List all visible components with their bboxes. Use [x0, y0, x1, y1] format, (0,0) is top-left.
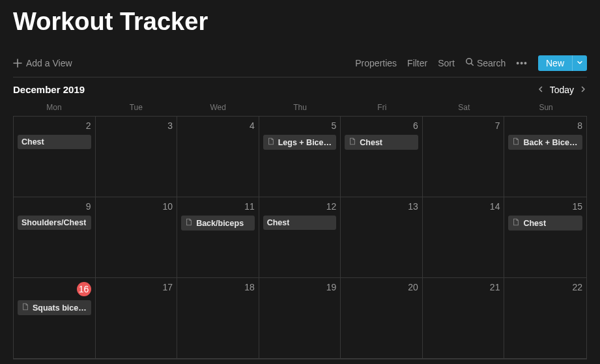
- event-label: Chest: [21, 137, 44, 147]
- chevron-down-icon: [577, 58, 583, 68]
- calendar-day[interactable]: 14: [423, 197, 505, 277]
- calendar-day[interactable]: 20: [341, 278, 423, 358]
- calendar-day[interactable]: 22: [504, 278, 586, 358]
- weekday-label: Wed: [177, 99, 259, 116]
- day-number: 12: [263, 201, 337, 212]
- calendar-day[interactable]: 10: [96, 197, 178, 277]
- properties-button[interactable]: Properties: [355, 58, 397, 68]
- calendar-event[interactable]: Shoulders/Chest: [18, 216, 91, 230]
- calendar-day[interactable]: 7: [423, 117, 505, 197]
- weekday-label: Fri: [341, 99, 423, 116]
- plus-icon: [13, 59, 22, 68]
- calendar-event[interactable]: Chest: [18, 135, 91, 149]
- page-icon: [21, 303, 29, 313]
- weekday-label: Sat: [423, 99, 505, 116]
- prev-month-button[interactable]: [537, 85, 545, 95]
- calendar-day[interactable]: 21: [423, 278, 505, 358]
- more-menu-button[interactable]: •••: [516, 58, 528, 68]
- calendar-day[interactable]: 5Legs + Biceps: [259, 117, 341, 197]
- page-icon: [512, 137, 520, 147]
- calendar-day[interactable]: 4: [177, 117, 259, 197]
- day-number: 21: [427, 282, 500, 292]
- day-number: 17: [100, 282, 173, 292]
- calendar-week: 2Chest345Legs + Biceps6Chest78Back + Bic…: [14, 117, 586, 197]
- calendar-day[interactable]: 8Back + Biceps: [504, 117, 586, 197]
- event-label: Shoulders/Chest: [21, 218, 86, 227]
- event-label: Chest: [360, 138, 382, 147]
- calendar-day[interactable]: 6Chest: [341, 117, 423, 197]
- search-button[interactable]: Search: [465, 57, 506, 68]
- toolbar: Add a View Properties Filter Sort Search…: [13, 49, 587, 77]
- day-number: 4: [181, 120, 255, 131]
- next-month-button[interactable]: [579, 85, 587, 95]
- page-icon: [267, 137, 275, 147]
- day-number: 2: [18, 120, 91, 131]
- day-number-today: 16: [18, 282, 91, 296]
- page-icon: [185, 218, 193, 228]
- calendar-day[interactable]: 18: [177, 278, 259, 358]
- day-number: 14: [427, 201, 500, 212]
- event-label: Back + Biceps: [523, 138, 579, 147]
- page-icon: [512, 218, 520, 228]
- calendar-event[interactable]: Chest: [263, 216, 337, 230]
- add-view-button[interactable]: Add a View: [13, 58, 72, 68]
- day-number: 22: [508, 282, 582, 292]
- toolbar-right: Properties Filter Sort Search ••• New: [355, 55, 587, 71]
- weekday-label: Mon: [13, 99, 95, 116]
- day-number: 10: [100, 201, 173, 212]
- day-number: 18: [181, 282, 255, 292]
- calendar-day[interactable]: 19: [259, 278, 341, 358]
- calendar-day[interactable]: 11Back/biceps: [177, 197, 259, 277]
- new-button[interactable]: New: [538, 55, 572, 71]
- sort-button[interactable]: Sort: [438, 58, 455, 68]
- month-label: December 2019: [13, 84, 85, 95]
- calendar-event[interactable]: Squats bice…: [18, 300, 91, 315]
- page-icon: [349, 137, 356, 147]
- event-label: Squats bice…: [33, 303, 87, 313]
- calendar-day[interactable]: 12Chest: [259, 197, 341, 277]
- page-title: Workout Tracker: [13, 0, 587, 49]
- filter-button[interactable]: Filter: [407, 58, 427, 68]
- event-label: Chest: [523, 219, 546, 228]
- calendar-day[interactable]: 16Squats bice…: [14, 278, 96, 358]
- search-icon: [465, 57, 474, 68]
- weekday-label: Thu: [259, 99, 341, 116]
- day-number: 9: [18, 201, 91, 212]
- calendar-day[interactable]: 3: [96, 117, 178, 197]
- calendar-event[interactable]: Back/biceps: [181, 216, 255, 231]
- dots-icon: •••: [516, 58, 528, 68]
- day-number: 3: [100, 120, 173, 131]
- calendar-week: 16Squats bice…171819202122: [14, 278, 586, 359]
- calendar-day[interactable]: 9Shoulders/Chest: [14, 197, 96, 277]
- calendar-day[interactable]: 2Chest: [14, 117, 96, 197]
- day-number: 11: [181, 201, 255, 212]
- calendar-event[interactable]: Chest: [508, 216, 582, 231]
- weekday-label: Sun: [505, 99, 587, 116]
- calendar-event[interactable]: Chest: [345, 135, 418, 150]
- day-number: 15: [508, 201, 582, 212]
- new-button-dropdown[interactable]: [572, 55, 587, 71]
- add-view-label: Add a View: [26, 58, 72, 68]
- calendar-week: 9Shoulders/Chest1011Back/biceps12Chest13…: [14, 197, 586, 278]
- calendar-day[interactable]: 13: [341, 197, 423, 277]
- chevron-left-icon: [537, 85, 545, 95]
- day-number: 8: [508, 120, 582, 131]
- event-label: Chest: [267, 218, 290, 227]
- calendar-nav: Today: [537, 85, 587, 95]
- chevron-right-icon: [579, 85, 587, 95]
- calendar-day[interactable]: 15Chest: [504, 197, 586, 277]
- calendar-header: December 2019 Today: [13, 77, 587, 99]
- today-button[interactable]: Today: [550, 85, 574, 95]
- event-label: Back/biceps: [196, 219, 244, 228]
- search-label: Search: [477, 58, 506, 68]
- weekday-label: Tue: [95, 99, 177, 116]
- calendar-event[interactable]: Back + Biceps: [508, 135, 582, 150]
- day-number: 20: [345, 282, 418, 292]
- day-number: 6: [345, 120, 418, 131]
- weekday-header-row: MonTueWedThuFriSatSun: [13, 99, 587, 116]
- day-number: 7: [427, 120, 500, 131]
- day-number: 5: [263, 120, 337, 131]
- new-button-group: New: [538, 55, 587, 71]
- calendar-event[interactable]: Legs + Biceps: [263, 135, 337, 150]
- calendar-day[interactable]: 17: [96, 278, 178, 358]
